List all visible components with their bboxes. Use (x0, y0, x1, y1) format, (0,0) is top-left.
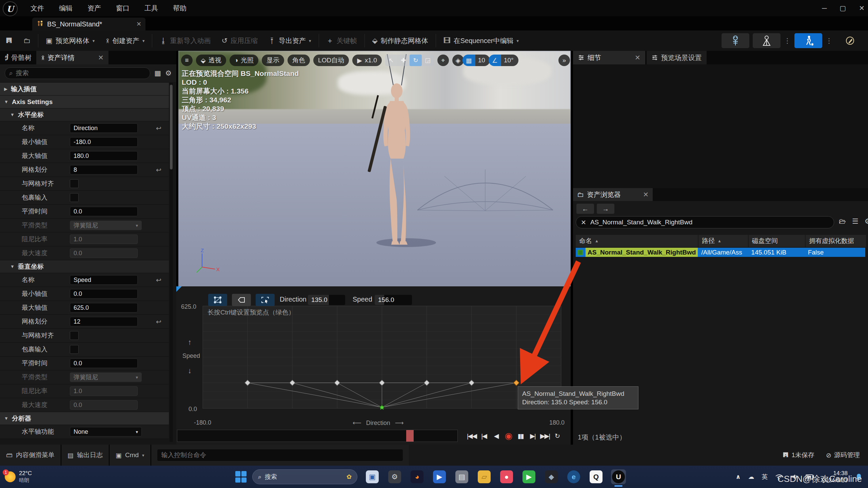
tab-bs-normalstand[interactable]: BS_NormalStand* ✕ (32, 18, 145, 30)
input-平滑时间[interactable]: 0.0 (70, 359, 138, 368)
tray-expand-icon[interactable]: ∧ (736, 473, 741, 481)
loop-button[interactable]: ↻ (552, 430, 562, 441)
console-input[interactable]: 输入控制台命令 (157, 449, 403, 461)
app-monitor[interactable]: ▣ (365, 469, 380, 484)
preview-mesh-button[interactable]: ▣ 预览网格体▾ (40, 30, 100, 51)
lit-button[interactable]: ◑光照 (230, 55, 258, 66)
skip-to-end-button[interactable]: ▶▶| (540, 430, 550, 441)
chevron-down-icon[interactable]: ▼ (4, 416, 8, 421)
cmd-selector[interactable]: ▣ Cmd ▾ (110, 445, 151, 466)
export-asset-button[interactable]: ⭱ 导出资产▾ (263, 30, 317, 51)
menu-item-帮助[interactable]: 帮助 (173, 4, 186, 13)
property-row-名称[interactable]: 名称Direction↩ (0, 121, 169, 135)
content-drawer-button[interactable]: 🗃 内容侧滑菜单 (0, 445, 61, 466)
skip-to-start-button[interactable]: |◀◀ (467, 430, 477, 441)
unreal-logo-icon[interactable]: U (3, 1, 18, 16)
checkbox-包裹输入[interactable] (70, 345, 79, 354)
toolbar-overflow-button[interactable]: » (558, 55, 570, 66)
record-button[interactable]: ◉ (503, 430, 513, 441)
maximize-button[interactable]: ▢ (840, 4, 846, 12)
app-files[interactable]: ▱ (477, 469, 492, 484)
select-tool-icon[interactable]: ↖ (385, 57, 397, 64)
direction-value-field[interactable]: 135.0 (308, 295, 345, 305)
menu-item-资产[interactable]: 资产 (87, 4, 101, 13)
step-forward-button[interactable]: ▶| (528, 430, 538, 441)
dropdown-平滑类型[interactable]: 弹簧阻尼▾ (70, 372, 142, 382)
chevron-down-icon[interactable]: ▼ (4, 99, 8, 104)
property-row-包裹输入[interactable]: 包裹输入 (0, 343, 169, 357)
property-row-最大轴值[interactable]: 最大轴值180.0 (0, 149, 169, 163)
minimize-button[interactable]: ─ (822, 4, 827, 12)
property-row-最小轴值[interactable]: 最小轴值-180.0 (0, 135, 169, 149)
output-log-button[interactable]: ▤ 输出日志 (61, 445, 110, 466)
tab-close-icon[interactable]: ✕ (635, 54, 640, 62)
step-back-button[interactable]: |◀ (479, 430, 489, 441)
category-水平坐标[interactable]: ▼水平坐标 (0, 108, 169, 121)
property-row-平滑时间[interactable]: 平滑时间0.0 (0, 357, 169, 370)
category-Axis Settings[interactable]: ▼Axis Settings (0, 96, 169, 108)
property-row-与网格对齐[interactable]: 与网格对齐 (0, 329, 169, 343)
menu-item-编辑[interactable]: 编辑 (59, 4, 73, 13)
tab-asset-details[interactable]: 🯅 资产详情 ✕ (36, 51, 108, 64)
gear-icon[interactable]: ⚙ (165, 69, 172, 77)
show-button[interactable]: 显示 (262, 55, 284, 66)
input-最大速度[interactable]: 0.0 (70, 248, 138, 258)
scrollbar[interactable] (170, 83, 173, 442)
property-row-平滑时间[interactable]: 平滑时间0.0 (0, 205, 169, 219)
input-名称[interactable]: Direction (70, 123, 138, 133)
ime-indicator[interactable]: 英 (762, 473, 768, 481)
property-row-最大轴值[interactable]: 最大轴值625.0 (0, 301, 169, 315)
property-row-最大速度[interactable]: 最大速度0.0 (0, 398, 169, 412)
property-row-名称[interactable]: 名称Speed↩ (0, 273, 169, 287)
reset-to-default-icon[interactable]: ↩ (156, 124, 161, 132)
property-row-阻尼比率[interactable]: 阻尼比率1.0 (0, 384, 169, 398)
history-back-button[interactable]: ← (576, 204, 594, 214)
input-网格划分[interactable]: 8 (70, 165, 138, 175)
create-asset-button[interactable]: 🯅 创建资产▾ (100, 30, 150, 51)
app-dark[interactable]: ◆ (544, 469, 559, 484)
weather-widget[interactable]: 1 22°C 晴朗 (0, 470, 73, 484)
physics-editor-button[interactable] (836, 33, 864, 48)
menu-item-工具[interactable]: 工具 (144, 4, 158, 13)
angle-snap-button[interactable]: ∠ 10° (493, 55, 518, 66)
animation-options-icon[interactable]: ⋮ (826, 37, 833, 45)
history-forward-button[interactable]: → (597, 204, 614, 214)
input-最大轴值[interactable]: 625.0 (70, 303, 138, 312)
tab-skeleton-tree[interactable]: 🮲 骨骼树 (0, 51, 36, 64)
browse-asset-button[interactable]: 🗀 (18, 30, 36, 51)
property-row-最小轴值[interactable]: 最小轴值0.0 (0, 287, 169, 301)
input-最大轴值[interactable]: 180.0 (70, 151, 138, 161)
search-input[interactable]: ⌕ 搜索 (5, 67, 150, 79)
input-网格划分[interactable]: 12 (70, 317, 138, 326)
app-unreal[interactable]: U (611, 469, 626, 484)
display-filter-icon[interactable]: ▦ (154, 69, 161, 77)
checkbox-与网格对齐[interactable] (70, 331, 79, 340)
mesh-editor-button[interactable] (753, 33, 781, 48)
onedrive-cloud-icon[interactable]: ☁ (748, 473, 754, 481)
chevron-right-icon[interactable]: ▶ (4, 86, 7, 92)
animation-editor-button[interactable]: ✱ (794, 33, 822, 48)
save-dirty-icon[interactable]: 🗁 (839, 217, 846, 225)
reset-to-default-icon[interactable]: ↩ (156, 318, 161, 326)
tab-close-icon[interactable]: ✕ (136, 20, 141, 28)
checkbox-与网格对齐[interactable] (70, 179, 79, 188)
dropdown-平滑类型[interactable]: 弹簧阻尼▾ (70, 221, 142, 230)
make-static-mesh-button[interactable]: ⬙ 制作静态网格体 (367, 30, 434, 51)
dropdown-水平轴功能[interactable]: None▾ (70, 427, 142, 436)
category-分析器[interactable]: ▼分析器 (0, 412, 169, 425)
property-row-平滑类型[interactable]: 平滑类型弹簧阻尼▾ (0, 370, 169, 384)
input-最大速度[interactable]: 0.0 (70, 400, 138, 410)
column-header-磁盘空间[interactable]: 磁盘空间 (749, 235, 805, 247)
property-row-平滑类型[interactable]: 平滑类型弹簧阻尼▾ (0, 219, 169, 232)
filter-icon[interactable]: ☰ (852, 217, 859, 225)
preview-viewport[interactable]: ≡ ⬙透视 ◑光照 显示 角色 LOD自动 ▶x1.0 ↖ ✚ ↻ ◲ ⌖ ◈ … (178, 51, 571, 286)
property-row-网格划分[interactable]: 网格划分12↩ (0, 315, 169, 329)
property-row-最大速度[interactable]: 最大速度0.0 (0, 246, 169, 260)
character-button[interactable]: 角色 (288, 55, 310, 66)
asset-search-input[interactable]: ✕ AS_Normal_Stand_Walk_RightBwd (576, 216, 834, 228)
key-frame-button[interactable]: ＋ 关键帧 (321, 30, 362, 51)
reset-to-default-icon[interactable]: ↩ (156, 166, 161, 174)
app-tv[interactable]: ▶ (432, 469, 447, 484)
source-control-button[interactable]: ⊘ 源码管理 (826, 451, 860, 460)
save-button[interactable]: 🖪 (0, 30, 18, 51)
